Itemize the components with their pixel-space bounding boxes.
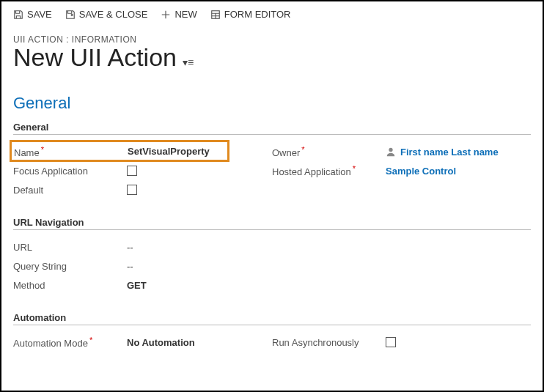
- save-button[interactable]: SAVE: [13, 9, 52, 20]
- run-async-checkbox[interactable]: [386, 337, 396, 347]
- method-value[interactable]: GET: [127, 280, 147, 291]
- query-string-label: Query String: [13, 261, 127, 272]
- save-icon: [13, 10, 23, 20]
- automation-mode-label: Automation Mode*: [13, 336, 127, 349]
- plus-icon: [161, 10, 171, 20]
- save-label: SAVE: [27, 9, 52, 20]
- person-icon: [386, 147, 396, 157]
- form-editor-label: FORM EDITOR: [224, 9, 291, 20]
- title-menu-icon[interactable]: ▾≡: [183, 56, 194, 68]
- save-close-icon: [65, 10, 76, 20]
- subsection-general: General: [13, 122, 531, 135]
- subsection-url: URL Navigation: [13, 217, 531, 230]
- hosted-application-label: Hosted Application*: [272, 164, 386, 177]
- default-checkbox[interactable]: [127, 185, 137, 195]
- name-label: Name*: [14, 145, 128, 158]
- automation-mode-value[interactable]: No Automation: [127, 337, 195, 348]
- run-async-label: Run Asynchronously: [272, 337, 386, 348]
- focus-application-label: Focus Application: [13, 166, 127, 177]
- form-editor-icon: [210, 10, 221, 20]
- owner-value[interactable]: First name Last name: [400, 147, 499, 158]
- new-label: NEW: [174, 9, 196, 20]
- url-label: URL: [13, 242, 127, 253]
- page-title: New UII Action: [13, 43, 177, 72]
- subsection-automation: Automation: [13, 312, 531, 325]
- query-string-value[interactable]: --: [127, 261, 133, 272]
- section-general: General: [13, 94, 531, 113]
- default-label: Default: [13, 185, 127, 196]
- save-close-button[interactable]: SAVE & CLOSE: [65, 9, 148, 20]
- form-editor-button[interactable]: FORM EDITOR: [210, 9, 291, 20]
- url-value[interactable]: --: [127, 242, 133, 253]
- svg-point-1: [389, 148, 392, 152]
- focus-application-checkbox[interactable]: [127, 166, 137, 176]
- method-label: Method: [13, 280, 127, 291]
- toolbar: SAVE SAVE & CLOSE NEW FORM EDITOR: [1, 1, 543, 24]
- hosted-application-value[interactable]: Sample Control: [386, 166, 456, 177]
- new-button[interactable]: NEW: [161, 9, 196, 20]
- name-value[interactable]: SetVisualProperty: [128, 146, 210, 157]
- owner-label: Owner*: [272, 145, 386, 158]
- save-close-label: SAVE & CLOSE: [79, 9, 148, 20]
- name-field-highlight: Name* SetVisualProperty: [10, 140, 229, 162]
